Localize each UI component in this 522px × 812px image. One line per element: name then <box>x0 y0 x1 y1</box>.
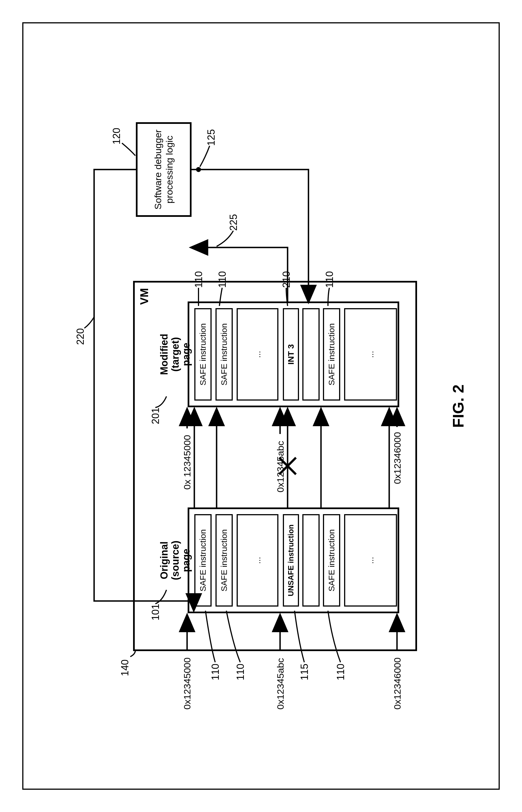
figure-label: FIG. 2 <box>449 384 467 428</box>
ref-mod-110-a: 110 <box>193 271 205 287</box>
mod-instr-1: SAFE instruction <box>194 308 212 401</box>
debugger-label: Software debugger processing logic <box>152 124 175 215</box>
addr-mid-mid: 0x12345abc <box>275 441 286 492</box>
vm-label: VM <box>138 288 150 305</box>
ref-110-c: 110 <box>335 663 347 680</box>
addr-bot-left: 0x12346000 <box>392 657 403 709</box>
ref-mod-110-c: 110 <box>324 271 336 287</box>
svg-point-13 <box>196 167 201 172</box>
ref-115: 115 <box>299 663 310 680</box>
orig-instr-2: SAFE instruction <box>216 514 233 607</box>
ref-225: 225 <box>228 214 239 230</box>
ref-110-b: 110 <box>235 663 246 680</box>
addr-mid-left: 0x12345abc <box>275 658 286 709</box>
modified-page-title: Modified (target) page <box>159 329 192 380</box>
orig-unsafe-instr: UNSAFE instruction <box>283 514 299 607</box>
ref-140: 140 <box>119 659 131 676</box>
ref-125: 125 <box>205 129 217 146</box>
orig-instr-5 <box>302 514 320 607</box>
addr-bot-mid: 0x12346000 <box>392 432 403 484</box>
ref-120: 120 <box>111 127 122 144</box>
mod-int3-instr: INT 3 <box>283 308 299 401</box>
orig-instr-7: ... <box>344 514 397 607</box>
ref-mod-110-b: 110 <box>217 271 228 287</box>
original-page-title: Original (source) page <box>159 535 192 586</box>
ref-110-a: 110 <box>209 663 221 680</box>
original-page: Original (source) page SAFE instruction … <box>188 507 399 613</box>
ref-210: 210 <box>281 271 292 287</box>
addr-top-left: 0x12345000 <box>182 657 193 709</box>
mod-instr-3: ... <box>237 308 278 401</box>
ref-201: 201 <box>150 407 161 424</box>
orig-instr-3: ... <box>237 514 278 607</box>
orig-instr-6: SAFE instruction <box>323 514 340 607</box>
modified-page: Modified (target) page SAFE instruction … <box>188 302 399 407</box>
mod-instr-7: ... <box>344 308 397 401</box>
addr-top-mid: 0x 12345000 <box>182 435 193 490</box>
orig-instr-1: SAFE instruction <box>194 514 212 607</box>
ref-101: 101 <box>150 604 161 620</box>
mod-instr-5 <box>302 308 320 401</box>
mod-instr-6: SAFE instruction <box>323 308 340 401</box>
diagram-stage: VM Original (source) page SAFE instructi… <box>38 72 484 740</box>
mod-instr-2: SAFE instruction <box>216 308 233 401</box>
debugger-box: Software debugger processing logic <box>136 122 192 217</box>
ref-220: 220 <box>75 328 86 345</box>
